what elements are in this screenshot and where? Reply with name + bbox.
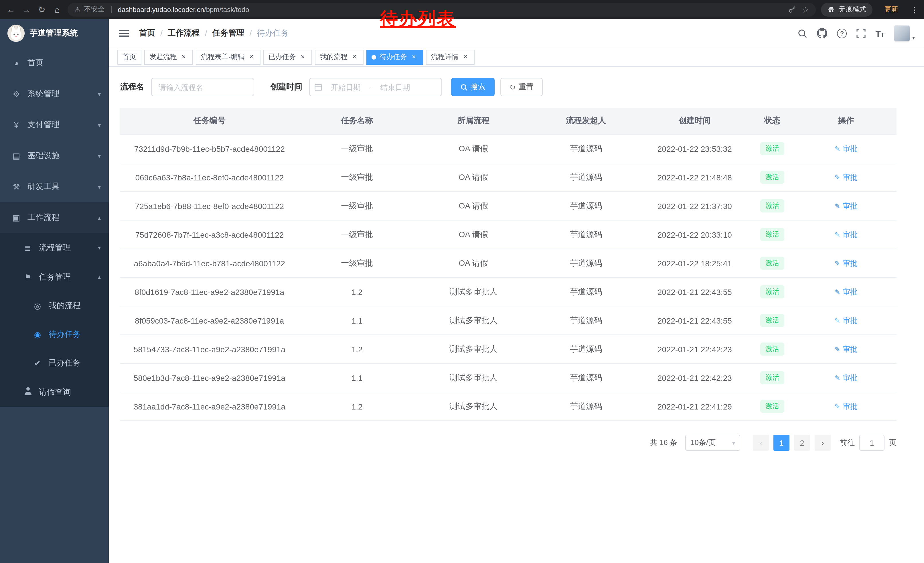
- approve-link[interactable]: ✎审批: [835, 401, 858, 411]
- task-id-cell: 725a1eb6-7b88-11ec-8ef0-acde48001122: [120, 192, 299, 220]
- forward-icon[interactable]: →: [21, 5, 32, 14]
- flag-icon: ⚑: [23, 272, 33, 281]
- sidebar-item-home[interactable]: ◕ 首页: [0, 48, 109, 78]
- back-icon[interactable]: ←: [6, 5, 16, 14]
- starter-cell: 芋道源码: [531, 278, 640, 306]
- calendar-icon: [314, 83, 322, 91]
- tab-home[interactable]: 首页: [117, 50, 141, 65]
- bookmark-star-icon[interactable]: ☆: [802, 5, 809, 14]
- tab-my-process[interactable]: 我的流程 ×: [315, 50, 363, 65]
- search-icon[interactable]: [798, 29, 807, 38]
- github-icon[interactable]: [817, 28, 827, 38]
- tab-process-detail[interactable]: 流程详情 ×: [426, 50, 475, 65]
- close-icon[interactable]: ×: [248, 53, 255, 61]
- reset-button[interactable]: ↻ 重置: [500, 78, 543, 96]
- sidebar-item-task-management[interactable]: ⚑ 任务管理 ▴: [0, 262, 109, 291]
- search-button[interactable]: 搜索: [451, 78, 495, 96]
- close-icon[interactable]: ×: [410, 53, 418, 61]
- pencil-icon: ✎: [835, 402, 840, 410]
- tab-process-form-edit[interactable]: 流程表单-编辑 ×: [196, 50, 261, 65]
- url-text[interactable]: dashboard.yudao.iocoder.cn/bpm/task/todo: [118, 6, 249, 14]
- prev-page-button[interactable]: ‹: [753, 435, 769, 451]
- sidebar-item-system[interactable]: ⚙ 系统管理 ▾: [0, 78, 109, 110]
- approve-link[interactable]: ✎审批: [835, 201, 858, 211]
- user-menu[interactable]: ▾: [894, 25, 915, 42]
- sidebar-item-workflow[interactable]: ▣ 工作流程 ▴: [0, 202, 109, 233]
- sidebar-item-done-tasks[interactable]: ✔ 已办任务: [0, 349, 109, 377]
- help-icon[interactable]: ?: [837, 29, 847, 38]
- task-name-cell: 1.1: [299, 306, 416, 335]
- process-cell: 测试多审批人: [416, 278, 532, 306]
- close-icon[interactable]: ×: [350, 53, 358, 61]
- status-badge: 激活: [760, 257, 784, 270]
- security-label[interactable]: 不安全: [84, 5, 105, 14]
- table-row: 75d72608-7b7f-11ec-a3c8-acde48001122 一级审…: [120, 220, 897, 249]
- status-badge: 激活: [760, 228, 784, 241]
- approve-link[interactable]: ✎审批: [835, 372, 858, 383]
- sidebar-item-my-process[interactable]: ◎ 我的流程: [0, 291, 109, 320]
- approve-label: 审批: [843, 258, 858, 268]
- browser-menu-icon[interactable]: ⋮: [910, 5, 918, 14]
- sidebar-item-process-management[interactable]: ≣ 流程管理 ▾: [0, 233, 109, 262]
- page-size-value: 10条/页: [690, 438, 716, 448]
- breadcrumb-workflow[interactable]: 工作流程: [168, 28, 200, 38]
- tab-label: 待办任务: [380, 52, 407, 62]
- tab-done-tasks[interactable]: 已办任务 ×: [263, 50, 312, 65]
- status-badge: 激活: [760, 400, 784, 413]
- task-id-cell: 8f0d1619-7ac8-11ec-a9e2-a2380e71991a: [120, 278, 299, 306]
- starter-cell: 芋道源码: [531, 220, 640, 249]
- next-page-button[interactable]: ›: [814, 435, 831, 451]
- goto-page-input[interactable]: [859, 435, 885, 451]
- sidebar-item-infrastructure[interactable]: ▤ 基础设施 ▾: [0, 140, 109, 171]
- reload-icon[interactable]: ↻: [37, 4, 47, 15]
- status-badge: 激活: [760, 171, 784, 184]
- approve-link[interactable]: ✎审批: [835, 230, 858, 240]
- password-key-icon[interactable]: [789, 6, 796, 13]
- process-name-input[interactable]: [151, 78, 254, 96]
- fullscreen-icon[interactable]: [856, 29, 866, 38]
- approve-link[interactable]: ✎审批: [835, 287, 858, 297]
- tab-todo-tasks[interactable]: 待办任务 ×: [366, 50, 423, 65]
- page-unit-label: 页: [889, 438, 897, 448]
- sidebar-item-todo-tasks[interactable]: ◉ 待办任务: [0, 320, 109, 349]
- tab-start-process[interactable]: 发起流程 ×: [144, 50, 193, 65]
- task-name-cell: 1.1: [299, 363, 416, 392]
- approve-link[interactable]: ✎审批: [835, 172, 858, 182]
- approve-link[interactable]: ✎审批: [835, 258, 858, 268]
- end-date-input[interactable]: [373, 82, 418, 92]
- page-2-button[interactable]: 2: [794, 435, 810, 451]
- approve-link[interactable]: ✎审批: [835, 344, 858, 354]
- approve-link[interactable]: ✎审批: [835, 144, 858, 154]
- tab-label: 首页: [123, 52, 136, 62]
- update-button[interactable]: 更新: [878, 3, 905, 15]
- close-icon[interactable]: ×: [299, 53, 307, 61]
- breadcrumb-task-management[interactable]: 任务管理: [212, 28, 244, 38]
- task-id-cell: 75d72608-7b7f-11ec-a3c8-acde48001122: [120, 220, 299, 249]
- page-size-select[interactable]: 10条/页 ▾: [685, 435, 740, 451]
- date-range-picker[interactable]: -: [309, 78, 442, 96]
- top-navbar: 首页 / 工作流程 / 任务管理 / 待办任务 ?: [109, 19, 924, 48]
- infrastructure-icon: ▤: [12, 151, 21, 161]
- start-date-input[interactable]: [324, 82, 368, 92]
- tab-label: 流程详情: [431, 52, 459, 62]
- close-icon[interactable]: ×: [180, 53, 188, 61]
- sidebar-toggle-icon[interactable]: [119, 33, 129, 34]
- task-id-cell: 58154733-7ac8-11ec-a9e2-a2380e71991a: [120, 335, 299, 363]
- task-id-cell: 580e1b3d-7ac8-11ec-a9e2-a2380e71991a: [120, 363, 299, 392]
- breadcrumb-home[interactable]: 首页: [139, 28, 155, 38]
- process-cell: 测试多审批人: [416, 363, 532, 392]
- process-cell: OA 请假: [416, 163, 532, 192]
- home-icon[interactable]: ⌂: [52, 5, 62, 14]
- page-1-button[interactable]: 1: [773, 435, 789, 451]
- incognito-icon: [827, 6, 835, 14]
- avatar[interactable]: [894, 25, 910, 42]
- app-logo[interactable]: 芋道管理系统: [0, 19, 109, 48]
- screenshot-root: ← → ↻ ⌂ ⚠ 不安全 dashboard.yudao.iocoder.cn…: [0, 0, 924, 563]
- sidebar-item-devtools[interactable]: ⚒ 研发工具 ▾: [0, 171, 109, 202]
- sidebar-item-payment[interactable]: ¥ 支付管理 ▾: [0, 110, 109, 140]
- close-icon[interactable]: ×: [461, 53, 470, 61]
- incognito-label: 无痕模式: [839, 5, 866, 14]
- sidebar-item-leave-query[interactable]: 请假查询: [0, 377, 109, 407]
- approve-link[interactable]: ✎审批: [835, 315, 858, 326]
- font-size-icon[interactable]: TT: [875, 29, 884, 38]
